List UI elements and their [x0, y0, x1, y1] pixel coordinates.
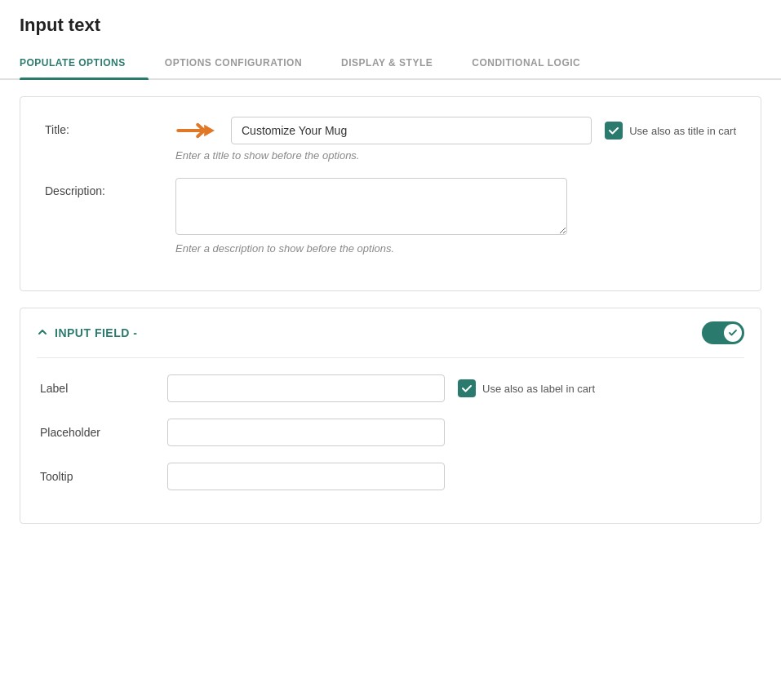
placeholder-input[interactable]	[167, 419, 445, 446]
label-cart-checkbox-group: Use also as label in cart	[458, 379, 595, 397]
placeholder-field-label: Placeholder	[40, 426, 154, 439]
label-form-row: Label Use also as label in cart	[40, 374, 741, 402]
collapse-icon[interactable]	[37, 326, 48, 340]
section-body: Label Use also as label in cart Placehol…	[20, 358, 761, 523]
label-input[interactable]	[167, 374, 445, 402]
main-content: Title:	[0, 80, 781, 556]
input-field-toggle[interactable]	[702, 321, 744, 344]
title-label: Title:	[45, 117, 175, 136]
title-field-wrap: Use also as title in cart Enter a title …	[175, 117, 736, 162]
title-cart-checkbox-group: Use also as title in cart	[605, 122, 736, 140]
description-field-wrap: Enter a description to show before the o…	[175, 178, 736, 255]
title-form-row: Title:	[45, 117, 736, 162]
input-field-title: INPUT FIELD -	[55, 326, 137, 339]
svg-marker-0	[204, 125, 215, 136]
tab-populate[interactable]: POPULATE OPTIONS	[20, 47, 149, 78]
title-cart-checkbox-label: Use also as title in cart	[629, 125, 736, 137]
label-field-label: Label	[40, 382, 154, 395]
title-input[interactable]	[231, 117, 592, 144]
arrow-icon	[175, 119, 215, 142]
description-label: Description:	[45, 178, 175, 197]
tab-options[interactable]: OPTIONS CONFIGURATION	[165, 47, 325, 78]
label-cart-checkbox-label: Use also as label in cart	[482, 383, 595, 395]
label-cart-checkbox[interactable]	[458, 379, 476, 397]
page-title: Input text	[0, 0, 781, 47]
title-cart-checkbox[interactable]	[605, 122, 623, 140]
input-field-section: INPUT FIELD - Label	[20, 308, 761, 524]
tooltip-input[interactable]	[167, 463, 445, 490]
description-form-row: Description: Enter a description to show…	[45, 178, 736, 255]
tooltip-field-label: Tooltip	[40, 470, 154, 483]
placeholder-form-row: Placeholder	[40, 419, 741, 446]
toggle-thumb	[724, 324, 742, 342]
title-description-card: Title:	[20, 96, 761, 291]
input-field-header: INPUT FIELD -	[20, 308, 761, 357]
description-hint: Enter a description to show before the o…	[175, 242, 736, 255]
tooltip-form-row: Tooltip	[40, 463, 741, 490]
description-textarea[interactable]	[175, 178, 567, 235]
header-left: INPUT FIELD -	[37, 326, 137, 340]
tab-conditional[interactable]: CONDITIONAL LOGIC	[472, 47, 603, 78]
tab-display[interactable]: DISPLAY & STYLE	[341, 47, 455, 78]
title-input-area: Use also as title in cart	[175, 117, 736, 144]
tabs-bar: POPULATE OPTIONS OPTIONS CONFIGURATION D…	[0, 47, 781, 80]
title-hint: Enter a title to show before the options…	[175, 149, 736, 162]
